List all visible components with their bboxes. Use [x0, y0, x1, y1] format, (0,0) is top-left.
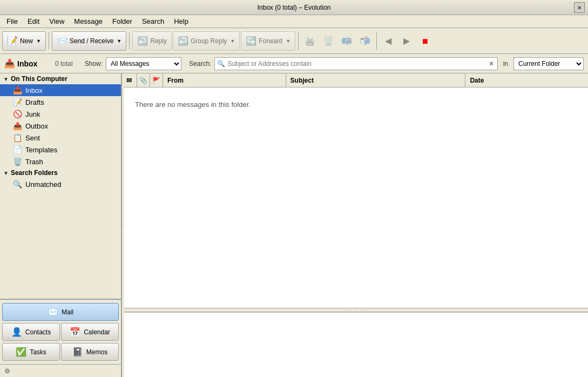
contacts-nav-label: Contacts — [25, 328, 51, 336]
from-col-label: From — [167, 77, 184, 84]
menu-view[interactable]: View — [45, 16, 69, 26]
not-junk-button[interactable]: 📬 — [356, 32, 374, 50]
sidebar-status-bar: ⚙ — [0, 364, 121, 377]
search-clear-button[interactable]: ✕ — [488, 59, 495, 69]
nav-contacts-button[interactable]: 👤 Contacts — [2, 323, 60, 341]
junk-folder-label: Junk — [25, 110, 40, 118]
sidebar-item-drafts[interactable]: 📝 Drafts — [0, 96, 121, 108]
show-label: Show: — [85, 60, 103, 68]
search-input[interactable] — [227, 60, 487, 68]
menu-file[interactable]: File — [2, 16, 22, 26]
search-container: 🔍 ✕ — [214, 57, 497, 70]
toolbar-sep-3 — [298, 32, 299, 50]
sidebar-item-outbox[interactable]: 📤 Outbox — [0, 120, 121, 132]
send-receive-icon: 📨 — [57, 36, 67, 46]
sidebar-item-inbox[interactable]: 📥 Inbox — [0, 84, 121, 96]
col-header-attach[interactable]: 📎 — [137, 73, 150, 87]
searchbar: 📥 Inbox 0 total Show: All Messages Searc… — [0, 54, 588, 73]
search-icon: 🔍 — [217, 60, 225, 68]
window-title: Inbox (0 total) – Evolution — [257, 4, 330, 11]
sidebar-item-trash[interactable]: 🗑️ Trash — [0, 156, 121, 167]
group-reply-button[interactable]: ↩️ Group Reply ▼ — [173, 31, 240, 51]
sidebar-item-sent[interactable]: 📋 Sent — [0, 132, 121, 144]
send-receive-dropdown-arrow: ▼ — [117, 38, 121, 44]
junk-icon: 🚫 — [13, 110, 22, 118]
forward-dropdown-arrow: ▼ — [286, 38, 290, 44]
print-button[interactable]: 🖨️ — [301, 32, 319, 50]
collapse-icon-computer: ▼ — [3, 76, 9, 82]
menu-message[interactable]: Message — [70, 16, 107, 26]
junk-button[interactable]: 📪 — [338, 32, 355, 50]
right-panel: ✉ 📎 🚩 From Subject Date There are no mes… — [124, 73, 588, 377]
calendar-nav-icon: 📅 — [70, 327, 80, 337]
menubar: File Edit View Message Folder Search Hel… — [0, 15, 588, 28]
nav-tasks-button[interactable]: ✅ Tasks — [2, 343, 60, 361]
in-label: in — [503, 60, 508, 68]
close-button[interactable]: ✕ — [574, 2, 585, 13]
on-this-computer-header[interactable]: ▼ On This Computer — [0, 73, 121, 84]
unmatched-icon: 🔍 — [13, 180, 22, 188]
forward-icon: ↪️ — [246, 36, 256, 46]
attach-col-icon: 📎 — [139, 77, 147, 84]
sidebar-item-templates[interactable]: 📄 Templates — [0, 144, 121, 156]
search-label: Search: — [189, 60, 211, 68]
preview-resize-handle[interactable]: · · · · · — [124, 308, 588, 312]
send-receive-button[interactable]: 📨 Send / Receive ▼ — [52, 31, 126, 51]
trash-icon: 🗑️ — [13, 157, 22, 166]
tasks-nav-label: Tasks — [30, 348, 46, 356]
subject-col-label: Subject — [290, 77, 314, 84]
back-button[interactable]: ◀ — [380, 32, 397, 50]
col-header-from[interactable]: From — [163, 73, 286, 87]
menu-search[interactable]: Search — [138, 16, 168, 26]
toolbar-sep-1 — [49, 32, 49, 50]
group-reply-label: Group Reply — [191, 37, 227, 45]
col-header-date[interactable]: Date — [465, 73, 588, 87]
trash-folder-label: Trash — [25, 158, 43, 166]
memos-nav-label: Memos — [86, 348, 107, 356]
message-list-body: There are no messages in this folder. — [124, 87, 588, 308]
outbox-icon: 📤 — [13, 122, 22, 130]
nav-row-mail: ✉️ Mail — [0, 302, 121, 322]
show-select[interactable]: All Messages — [106, 57, 181, 70]
date-col-label: Date — [470, 77, 484, 84]
menu-folder[interactable]: Folder — [108, 16, 137, 26]
group-reply-dropdown-arrow: ▼ — [230, 38, 235, 44]
main-area: ▼ On This Computer 📥 Inbox 📝 Drafts 🚫 Ju… — [0, 73, 588, 377]
reply-icon: ↩️ — [137, 36, 148, 46]
search-folders-label: Search Folders — [11, 169, 58, 177]
new-button[interactable]: 📝 New ▼ — [2, 31, 46, 51]
reply-button[interactable]: ↩️ Reply — [132, 31, 172, 51]
message-count: 0 total — [55, 60, 73, 68]
search-folders-header[interactable]: ▼ Search Folders — [0, 167, 121, 178]
inbox-folder-icon: 📥 — [4, 58, 15, 69]
group-reply-icon: ↩️ — [178, 36, 188, 46]
sidebar-item-junk[interactable]: 🚫 Junk — [0, 108, 121, 120]
menu-edit[interactable]: Edit — [23, 16, 44, 26]
delete-button[interactable]: 🗑️ — [320, 32, 337, 50]
nav-memos-button[interactable]: 📓 Memos — [61, 343, 119, 361]
sidebar-bottom: ✉️ Mail 👤 Contacts 📅 Calendar ✅ — [0, 299, 121, 364]
flag-col-icon: 🚩 — [152, 77, 160, 84]
menu-help[interactable]: Help — [170, 16, 193, 26]
stop-button[interactable]: ⏹ — [416, 32, 434, 50]
on-this-computer-label: On This Computer — [11, 75, 67, 83]
contacts-nav-icon: 👤 — [11, 327, 22, 337]
nav-mail-button[interactable]: ✉️ Mail — [2, 303, 119, 321]
new-label: New — [20, 37, 33, 45]
inbox-folder-label: Inbox — [25, 86, 43, 95]
nav-row-tasks-memos: ✅ Tasks 📓 Memos — [0, 342, 121, 362]
nav-calendar-button[interactable]: 📅 Calendar — [61, 323, 119, 341]
new-dropdown-arrow: ▼ — [36, 38, 41, 44]
status-col-icon: ✉ — [126, 77, 132, 84]
col-header-flag[interactable]: 🚩 — [150, 73, 163, 87]
forward-button[interactable]: ↪️ Forward ▼ — [241, 31, 295, 51]
status-gear-icon: ⚙ — [4, 367, 10, 375]
memos-nav-icon: 📓 — [72, 347, 83, 357]
templates-icon: 📄 — [13, 145, 22, 154]
forward-nav-button[interactable]: ▶ — [398, 32, 415, 50]
col-header-status[interactable]: ✉ — [124, 73, 137, 87]
folder-scope-select[interactable]: Current Folder — [513, 57, 584, 70]
sidebar-item-unmatched[interactable]: 🔍 Unmatched — [0, 178, 121, 190]
collapse-icon-search: ▼ — [3, 170, 9, 176]
col-header-subject[interactable]: Subject — [286, 73, 466, 87]
